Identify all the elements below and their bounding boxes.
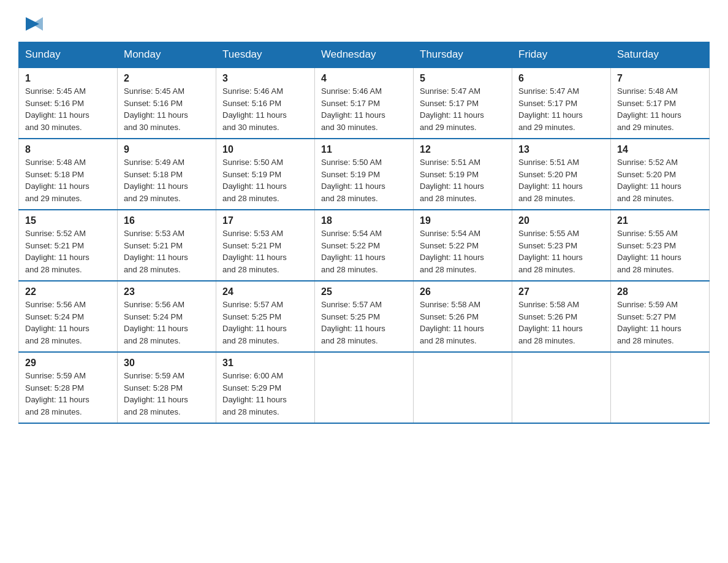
- calendar-cell: 14 Sunrise: 5:52 AMSunset: 5:20 PMDaylig…: [611, 139, 710, 210]
- day-info: Sunrise: 5:51 AMSunset: 5:19 PMDaylight:…: [420, 158, 484, 203]
- day-info: Sunrise: 5:54 AMSunset: 5:22 PMDaylight:…: [420, 229, 484, 274]
- calendar-week-row: 29 Sunrise: 5:59 AMSunset: 5:28 PMDaylig…: [19, 352, 710, 423]
- day-info: Sunrise: 5:52 AMSunset: 5:21 PMDaylight:…: [25, 229, 89, 274]
- col-header-thursday: Thursday: [414, 42, 512, 68]
- calendar-cell: 16 Sunrise: 5:53 AMSunset: 5:21 PMDaylig…: [118, 210, 216, 281]
- day-info: Sunrise: 5:47 AMSunset: 5:17 PMDaylight:…: [518, 86, 583, 132]
- day-number: 21: [617, 215, 703, 226]
- day-number: 28: [617, 286, 703, 297]
- day-number: 19: [420, 215, 506, 226]
- calendar-cell: [315, 352, 414, 423]
- logo: [18, 12, 44, 36]
- calendar-cell: 8 Sunrise: 5:48 AMSunset: 5:18 PMDayligh…: [19, 139, 118, 210]
- calendar-cell: 30 Sunrise: 5:59 AMSunset: 5:28 PMDaylig…: [118, 352, 216, 423]
- day-number: 8: [25, 144, 111, 155]
- calendar-cell: [414, 352, 512, 423]
- calendar-cell: 9 Sunrise: 5:49 AMSunset: 5:18 PMDayligh…: [118, 139, 216, 210]
- svg-marker-1: [32, 17, 43, 31]
- calendar-cell: 24 Sunrise: 5:57 AMSunset: 5:25 PMDaylig…: [216, 281, 315, 352]
- day-info: Sunrise: 5:53 AMSunset: 5:21 PMDaylight:…: [124, 229, 188, 274]
- logo-icon: [20, 12, 43, 36]
- col-header-monday: Monday: [118, 42, 216, 68]
- day-info: Sunrise: 5:57 AMSunset: 5:25 PMDaylight:…: [321, 300, 385, 345]
- day-number: 2: [124, 73, 210, 84]
- day-number: 25: [321, 286, 407, 297]
- day-number: 16: [124, 215, 210, 226]
- day-number: 6: [518, 73, 604, 84]
- calendar-cell: 22 Sunrise: 5:56 AMSunset: 5:24 PMDaylig…: [19, 281, 118, 352]
- calendar-cell: 19 Sunrise: 5:54 AMSunset: 5:22 PMDaylig…: [414, 210, 512, 281]
- day-info: Sunrise: 5:58 AMSunset: 5:26 PMDaylight:…: [420, 300, 484, 345]
- day-info: Sunrise: 5:59 AMSunset: 5:28 PMDaylight:…: [124, 371, 188, 416]
- day-number: 15: [25, 215, 111, 226]
- day-info: Sunrise: 5:55 AMSunset: 5:23 PMDaylight:…: [518, 229, 583, 274]
- day-info: Sunrise: 5:55 AMSunset: 5:23 PMDaylight:…: [617, 229, 681, 274]
- calendar-cell: 6 Sunrise: 5:47 AMSunset: 5:17 PMDayligh…: [512, 67, 611, 139]
- day-number: 27: [518, 286, 604, 297]
- calendar-header-row: SundayMondayTuesdayWednesdayThursdayFrid…: [19, 42, 710, 68]
- calendar-cell: 20 Sunrise: 5:55 AMSunset: 5:23 PMDaylig…: [512, 210, 611, 281]
- day-info: Sunrise: 5:45 AMSunset: 5:16 PMDaylight:…: [124, 86, 188, 132]
- calendar-cell: 29 Sunrise: 5:59 AMSunset: 5:28 PMDaylig…: [19, 352, 118, 423]
- day-info: Sunrise: 5:54 AMSunset: 5:22 PMDaylight:…: [321, 229, 385, 274]
- day-number: 7: [617, 73, 703, 84]
- day-info: Sunrise: 5:50 AMSunset: 5:19 PMDaylight:…: [222, 158, 287, 203]
- day-number: 11: [321, 144, 407, 155]
- col-header-sunday: Sunday: [19, 42, 118, 68]
- day-number: 31: [222, 358, 308, 369]
- day-number: 20: [518, 215, 604, 226]
- day-info: Sunrise: 5:48 AMSunset: 5:18 PMDaylight:…: [25, 158, 89, 203]
- day-info: Sunrise: 5:45 AMSunset: 5:16 PMDaylight:…: [25, 86, 89, 132]
- calendar-cell: 4 Sunrise: 5:46 AMSunset: 5:17 PMDayligh…: [315, 67, 414, 139]
- page-header: [18, 12, 710, 36]
- calendar-cell: [611, 352, 710, 423]
- day-info: Sunrise: 5:56 AMSunset: 5:24 PMDaylight:…: [25, 300, 89, 345]
- calendar-week-row: 8 Sunrise: 5:48 AMSunset: 5:18 PMDayligh…: [19, 139, 710, 210]
- day-info: Sunrise: 5:50 AMSunset: 5:19 PMDaylight:…: [321, 158, 385, 203]
- day-number: 5: [420, 73, 506, 84]
- day-info: Sunrise: 5:59 AMSunset: 5:27 PMDaylight:…: [617, 300, 681, 345]
- calendar-cell: 25 Sunrise: 5:57 AMSunset: 5:25 PMDaylig…: [315, 281, 414, 352]
- day-info: Sunrise: 5:56 AMSunset: 5:24 PMDaylight:…: [124, 300, 188, 345]
- day-number: 9: [124, 144, 210, 155]
- calendar-cell: 13 Sunrise: 5:51 AMSunset: 5:20 PMDaylig…: [512, 139, 611, 210]
- day-number: 22: [25, 286, 111, 297]
- calendar-cell: 7 Sunrise: 5:48 AMSunset: 5:17 PMDayligh…: [611, 67, 710, 139]
- day-number: 23: [124, 286, 210, 297]
- col-header-tuesday: Tuesday: [216, 42, 315, 68]
- day-number: 3: [222, 73, 308, 84]
- calendar-table: SundayMondayTuesdayWednesdayThursdayFrid…: [18, 42, 710, 424]
- calendar-week-row: 22 Sunrise: 5:56 AMSunset: 5:24 PMDaylig…: [19, 281, 710, 352]
- calendar-cell: 17 Sunrise: 5:53 AMSunset: 5:21 PMDaylig…: [216, 210, 315, 281]
- col-header-friday: Friday: [512, 42, 611, 68]
- calendar-cell: 11 Sunrise: 5:50 AMSunset: 5:19 PMDaylig…: [315, 139, 414, 210]
- day-number: 24: [222, 286, 308, 297]
- calendar-cell: 5 Sunrise: 5:47 AMSunset: 5:17 PMDayligh…: [414, 67, 512, 139]
- calendar-week-row: 15 Sunrise: 5:52 AMSunset: 5:21 PMDaylig…: [19, 210, 710, 281]
- day-info: Sunrise: 5:48 AMSunset: 5:17 PMDaylight:…: [617, 86, 681, 132]
- col-header-saturday: Saturday: [611, 42, 710, 68]
- day-info: Sunrise: 5:59 AMSunset: 5:28 PMDaylight:…: [25, 371, 89, 416]
- calendar-week-row: 1 Sunrise: 5:45 AMSunset: 5:16 PMDayligh…: [19, 67, 710, 139]
- day-info: Sunrise: 6:00 AMSunset: 5:29 PMDaylight:…: [222, 371, 287, 416]
- day-number: 12: [420, 144, 506, 155]
- day-info: Sunrise: 5:58 AMSunset: 5:26 PMDaylight:…: [518, 300, 583, 345]
- calendar-cell: 26 Sunrise: 5:58 AMSunset: 5:26 PMDaylig…: [414, 281, 512, 352]
- calendar-cell: 12 Sunrise: 5:51 AMSunset: 5:19 PMDaylig…: [414, 139, 512, 210]
- calendar-cell: 10 Sunrise: 5:50 AMSunset: 5:19 PMDaylig…: [216, 139, 315, 210]
- calendar-cell: 21 Sunrise: 5:55 AMSunset: 5:23 PMDaylig…: [611, 210, 710, 281]
- day-number: 4: [321, 73, 407, 84]
- col-header-wednesday: Wednesday: [315, 42, 414, 68]
- calendar-cell: 3 Sunrise: 5:46 AMSunset: 5:16 PMDayligh…: [216, 67, 315, 139]
- calendar-cell: 15 Sunrise: 5:52 AMSunset: 5:21 PMDaylig…: [19, 210, 118, 281]
- calendar-cell: 28 Sunrise: 5:59 AMSunset: 5:27 PMDaylig…: [611, 281, 710, 352]
- day-number: 14: [617, 144, 703, 155]
- day-number: 1: [25, 73, 111, 84]
- day-number: 10: [222, 144, 308, 155]
- calendar-cell: 18 Sunrise: 5:54 AMSunset: 5:22 PMDaylig…: [315, 210, 414, 281]
- calendar-cell: [512, 352, 611, 423]
- day-number: 26: [420, 286, 506, 297]
- day-info: Sunrise: 5:53 AMSunset: 5:21 PMDaylight:…: [222, 229, 287, 274]
- day-info: Sunrise: 5:51 AMSunset: 5:20 PMDaylight:…: [518, 158, 583, 203]
- day-number: 17: [222, 215, 308, 226]
